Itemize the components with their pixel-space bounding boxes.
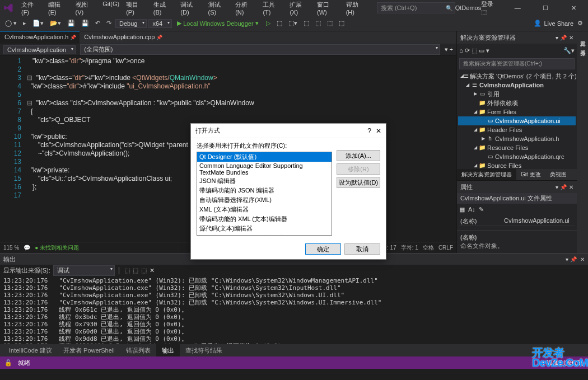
login-button[interactable]: 登录 ㅤ⬚ <box>481 0 501 16</box>
sln-wrench-icon[interactable]: 🔧▾ <box>563 47 575 54</box>
editor-listbox[interactable]: Qt Designer (默认值)Common Language Editor … <box>197 152 332 236</box>
toolbar-icon[interactable]: ⬚▾ <box>286 18 300 28</box>
panel-tab[interactable]: 解决方案资源管理器 <box>457 169 516 180</box>
eol-indicator[interactable]: CRLF <box>438 245 453 251</box>
dialog-help-button[interactable]: ? <box>367 127 371 135</box>
cancel-button[interactable]: 取消 <box>344 243 380 255</box>
menu-item[interactable]: 生成(B) <box>150 0 178 18</box>
toolbar-icon[interactable]: ⬚ <box>313 18 323 28</box>
out-tb-icon[interactable]: ⬚ <box>141 267 147 274</box>
tree-row[interactable]: ▶▭引用 <box>458 90 576 98</box>
menu-item[interactable]: Git(G) <box>99 0 123 18</box>
tree-row[interactable]: ▭CvImshowApplication.qrc <box>458 152 576 161</box>
ok-button[interactable]: 确定 <box>305 243 341 255</box>
sort-icon[interactable]: A↓ <box>468 206 475 213</box>
panel-tab[interactable]: Git 更改 <box>516 169 545 180</box>
sln-tb-icon[interactable]: ▾ <box>486 47 489 54</box>
out-tb-icon[interactable]: │ <box>118 267 122 274</box>
zoom-level[interactable]: 115 % <box>3 245 19 251</box>
document-tab[interactable]: CvImshowApplication.cpp📌 <box>80 31 166 44</box>
nav-scope-dropdown[interactable]: CvImshowApplication <box>3 45 76 54</box>
panel-close-icon[interactable]: ✕ <box>569 35 573 41</box>
minimize-button[interactable]: — <box>506 1 529 15</box>
output-text[interactable]: 13:23:20:176 "CvImshowApplication.exe" (… <box>0 276 588 344</box>
editor-list-item[interactable]: Qt Designer (默认值) <box>197 152 332 162</box>
menu-item[interactable]: 项目(P) <box>123 0 150 18</box>
liveshare-button[interactable]: 👤 Live Share <box>534 20 573 27</box>
tool-tab[interactable]: 开发者 PowerShell <box>58 345 120 356</box>
menu-item[interactable]: 帮助(H) <box>343 0 370 18</box>
tree-row[interactable]: ◢☰CvImshowApplication <box>458 81 576 90</box>
editor-list-item[interactable]: 自动编辑器选择程序(XML) <box>197 195 332 205</box>
pin-icon[interactable]: 📌 <box>70 35 76 40</box>
pin-icon[interactable]: ▾ 📌 <box>556 184 567 190</box>
menu-item[interactable]: 调试(D) <box>177 0 204 18</box>
tool-tab[interactable]: IntelliCode 建议 <box>3 345 58 356</box>
sln-home-icon[interactable]: ⌂ <box>459 47 463 54</box>
menu-item[interactable]: 工具(T) <box>259 0 286 18</box>
saveall-button[interactable]: 💾 <box>79 18 91 28</box>
redo-button[interactable]: ↷ <box>104 18 114 28</box>
toolbar-icon[interactable]: ⬚ <box>337 18 347 28</box>
tree-row[interactable]: 📁外部依赖项 <box>458 98 576 107</box>
tree-row[interactable]: ▭CvImshowApplication.ui <box>458 116 576 125</box>
editor-list-item[interactable]: Common Language Editor Supporting TextMa… <box>197 162 332 176</box>
categorize-icon[interactable]: ▦ <box>459 206 465 213</box>
solution-root[interactable]: ◢☰解决方案 'QtDemos' (2 个项目, 共 2 个) <box>458 72 576 81</box>
start-debug-button[interactable]: ▶ Local Windows Debugger ▾ <box>174 19 262 27</box>
toolbar-icon[interactable]: ⬚ <box>274 18 284 28</box>
new-item-button[interactable]: 📄▾ <box>30 18 46 28</box>
menu-item[interactable]: 分析(N) <box>232 0 259 18</box>
toolbar-icon[interactable]: ⬚ <box>301 18 311 28</box>
editor-list-item[interactable]: JSON 编辑器 <box>197 176 332 186</box>
maximize-button[interactable]: ☐ <box>534 1 557 15</box>
tree-row[interactable]: ◢📁Source Files <box>458 161 576 169</box>
panel-close-icon[interactable]: ✕ <box>580 256 585 262</box>
config-dropdown[interactable]: Debug <box>115 19 147 28</box>
panel-close-icon[interactable]: ✕ <box>569 184 573 190</box>
panel-tab[interactable]: 类视图 <box>545 169 571 180</box>
close-button[interactable]: ✕ <box>562 1 585 15</box>
char-indicator[interactable]: 字符: 1 <box>401 244 418 252</box>
menu-item[interactable]: 测试(S) <box>205 0 232 18</box>
platform-dropdown[interactable]: x64 <box>148 19 172 28</box>
pin-icon[interactable]: ▾ 📌 <box>566 256 577 262</box>
vtab-server[interactable]: 服务器 <box>577 43 587 49</box>
out-tb-icon[interactable]: ⬚ <box>124 267 130 274</box>
editor-list-item[interactable]: 带编码功能的 XML (文本)编辑器 <box>197 214 332 224</box>
tree-row[interactable]: ◢📁Resource Files <box>458 143 576 152</box>
dialog-close-button[interactable]: ✕ <box>376 127 381 135</box>
status-addsc[interactable]: ↑ 添加到源代码 <box>542 359 584 367</box>
document-tab[interactable]: CvImshowApplication.h📌 <box>0 31 80 44</box>
indent-indicator[interactable]: 空格 <box>423 244 434 252</box>
menu-item[interactable]: 编辑(E) <box>45 0 72 18</box>
editor-list-item[interactable]: 具有编码功能的源代码(文本)编辑器 <box>197 233 332 236</box>
sln-tb-icon[interactable]: ⟳ <box>465 47 470 54</box>
menu-item[interactable]: 窗口(W) <box>314 0 343 18</box>
toolbar-icon[interactable]: ⬚ <box>325 18 335 28</box>
tool-tab[interactable]: 错误列表 <box>120 345 156 356</box>
back-button[interactable]: ◯ ▾ <box>3 18 19 28</box>
open-button[interactable]: 📂▾ <box>48 18 63 28</box>
editor-list-item[interactable]: 源代码(文本)编辑器 <box>197 224 332 233</box>
undo-button[interactable]: ↶ <box>93 18 102 28</box>
out-tb-icon[interactable]: ✕ <box>150 267 155 274</box>
sln-tb-icon[interactable]: ▭ <box>479 47 484 54</box>
global-search-input[interactable]: 搜索 (Ctrl+Q) <box>377 2 455 13</box>
prop-tool-icon[interactable]: ✎ <box>479 206 484 213</box>
tree-row[interactable]: ◢📁Form Files <box>458 107 576 116</box>
add-button[interactable]: 添加(A)... <box>337 150 380 161</box>
output-source-dropdown[interactable]: 调试 <box>53 265 115 276</box>
pin-icon[interactable]: 📌 <box>156 35 162 40</box>
nav-split-icon[interactable]: ▾ + <box>445 46 453 53</box>
editor-list-item[interactable]: XML (文本)编辑器 <box>197 205 332 214</box>
sln-tb-icon[interactable]: ⬚ <box>472 47 477 54</box>
tool-tab[interactable]: 查找符号结果 <box>180 345 228 356</box>
chat-icon[interactable]: 💬 <box>24 245 30 251</box>
tool-tab[interactable]: 输出 <box>156 344 180 356</box>
tree-row[interactable]: ◢📁Header Files <box>458 125 576 134</box>
solution-search-input[interactable]: 搜索解决方案资源管理器(Ctrl+;) <box>459 58 575 69</box>
menu-item[interactable]: 文件(F) <box>18 0 45 18</box>
notifications-icon[interactable]: ⚙ <box>575 18 585 28</box>
editor-list-item[interactable]: 带编码功能的 JSON 编辑器 <box>197 186 332 195</box>
